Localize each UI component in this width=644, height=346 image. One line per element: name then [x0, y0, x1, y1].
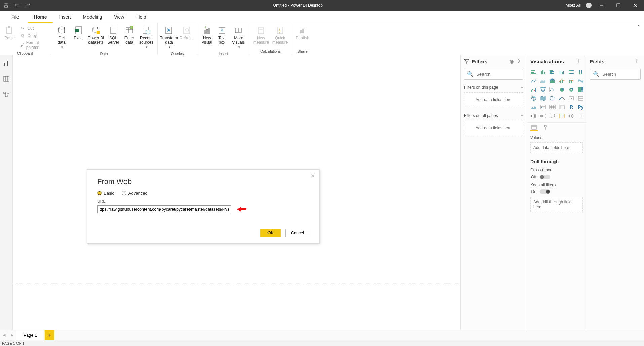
cancel-button[interactable]: Cancel — [285, 229, 310, 237]
viz-map-icon[interactable] — [530, 95, 538, 102]
data-view-icon[interactable] — [3, 75, 10, 83]
viz-scatter-icon[interactable] — [548, 86, 557, 93]
tab-file[interactable]: File — [5, 11, 28, 23]
fields-search[interactable]: 🔍 — [590, 69, 641, 80]
format-tab-icon[interactable] — [542, 124, 549, 131]
cross-report-toggle[interactable] — [540, 175, 550, 179]
viz-100-stacked-bar-icon[interactable] — [567, 68, 575, 76]
tab-view[interactable]: View — [108, 11, 130, 23]
tab-insert[interactable]: Insert — [53, 11, 77, 23]
viz-decomposition-icon[interactable] — [539, 112, 547, 120]
viz-stacked-area-icon[interactable] — [548, 77, 557, 85]
viz-treemap-icon[interactable] — [577, 86, 585, 93]
viz-narrative-icon[interactable] — [558, 112, 566, 120]
viz-100-stacked-column-icon[interactable] — [577, 68, 585, 76]
viz-r-icon[interactable]: R — [567, 103, 575, 111]
viz-kpi-icon[interactable] — [530, 103, 538, 111]
close-button[interactable] — [629, 0, 642, 11]
get-data-button[interactable]: Get data — [52, 24, 71, 51]
radio-basic[interactable]: Basic — [97, 191, 114, 196]
svg-rect-1 — [5, 3, 7, 5]
svg-rect-14 — [97, 31, 100, 34]
more-icon[interactable]: ⋯ — [519, 113, 523, 118]
more-visuals-button[interactable]: More visuals — [229, 24, 248, 51]
svg-rect-109 — [578, 99, 583, 100]
keep-filters-toggle[interactable] — [540, 189, 550, 194]
viz-more-icon[interactable]: ⋯ — [577, 112, 585, 120]
filters-this-page-drop[interactable]: Add data fields here — [464, 92, 523, 107]
viz-waterfall-icon[interactable] — [530, 86, 538, 93]
viz-clustered-column-icon[interactable] — [558, 68, 566, 76]
page-next-icon[interactable]: ▶ — [8, 330, 16, 340]
viz-area-icon[interactable] — [539, 77, 547, 85]
viz-arcgis-icon[interactable] — [567, 112, 575, 120]
undo-icon[interactable] — [14, 3, 20, 8]
radio-advanced[interactable]: Advanced — [122, 191, 148, 196]
viz-stacked-column-icon[interactable] — [539, 68, 547, 76]
expand-icon[interactable]: 〉 — [577, 58, 583, 64]
filters-all-pages-drop[interactable]: Add data fields here — [464, 121, 523, 135]
minimize-button[interactable] — [595, 0, 608, 11]
transform-data-button[interactable]: Transform data — [160, 24, 178, 51]
excel-button[interactable]: XExcel — [71, 24, 86, 42]
eye-icon[interactable]: ◉ — [509, 59, 514, 64]
viz-card-icon[interactable]: 123 — [567, 95, 575, 102]
tab-home[interactable]: Home — [28, 11, 53, 23]
page-prev-icon[interactable]: ◀ — [0, 330, 8, 340]
viz-funnel-icon[interactable] — [539, 86, 547, 93]
redo-icon[interactable] — [25, 3, 30, 8]
page-tab[interactable]: Page 1 — [16, 330, 45, 340]
viz-line-icon[interactable] — [530, 77, 538, 85]
expand-icon[interactable]: 〉 — [635, 58, 641, 64]
viz-pie-icon[interactable] — [558, 86, 566, 93]
more-icon[interactable]: ⋯ — [519, 85, 523, 90]
viz-slicer-icon[interactable] — [539, 103, 547, 111]
avatar[interactable] — [586, 3, 592, 8]
ok-button[interactable]: OK — [260, 229, 281, 237]
viz-qa-icon[interactable] — [548, 112, 557, 120]
viz-gauge-icon[interactable] — [558, 95, 566, 102]
viz-filled-map-icon[interactable] — [539, 95, 547, 102]
url-input[interactable] — [97, 205, 231, 213]
viz-key-influencers-icon[interactable] — [530, 112, 538, 120]
values-drop[interactable]: Add data fields here — [530, 142, 583, 153]
tab-modeling[interactable]: Modeling — [77, 11, 108, 23]
filters-title: Filters — [472, 59, 487, 64]
viz-matrix-icon[interactable] — [558, 103, 566, 111]
viz-table-icon[interactable] — [548, 103, 557, 111]
add-page-button[interactable]: + — [45, 330, 54, 340]
fields-tab-icon[interactable] — [530, 124, 538, 131]
report-view-icon[interactable] — [3, 60, 10, 67]
viz-line-stacked-icon[interactable] — [567, 77, 575, 85]
collapse-ribbon-icon[interactable]: ⌃ — [637, 24, 641, 29]
new-visual-button[interactable]: +New visual — [199, 24, 215, 46]
maximize-button[interactable] — [612, 0, 625, 11]
tab-help[interactable]: Help — [130, 11, 152, 23]
viz-shape-map-icon[interactable] — [548, 95, 557, 102]
viz-donut-icon[interactable] — [567, 86, 575, 93]
viz-clustered-bar-icon[interactable] — [548, 68, 557, 76]
user-name[interactable]: Moez Ali — [566, 3, 581, 8]
drill-through-drop[interactable]: Add drill-through fields here — [530, 197, 583, 212]
text-box-button[interactable]: AText box — [215, 24, 229, 46]
viz-stacked-bar-icon[interactable] — [530, 68, 538, 76]
filters-search[interactable]: 🔍 — [464, 69, 523, 80]
viz-multi-card-icon[interactable] — [577, 95, 585, 102]
close-icon[interactable]: ✕ — [311, 173, 315, 179]
model-view-icon[interactable] — [3, 91, 10, 98]
filters-search-input[interactable] — [476, 72, 533, 77]
save-icon[interactable] — [3, 3, 9, 8]
expand-icon[interactable]: 〉 — [517, 58, 523, 64]
enter-data-button[interactable]: +Enter data — [122, 24, 137, 46]
recent-sources-button[interactable]: Recent sources — [137, 24, 155, 51]
viz-line-clustered-icon[interactable] — [558, 77, 566, 85]
viz-python-icon[interactable]: Py — [577, 103, 585, 111]
powerbi-datasets-button[interactable]: Power BI datasets — [87, 24, 105, 46]
dialog-title: From Web — [97, 177, 309, 186]
report-canvas[interactable]: ✕ From Web Basic Advanced URL OK Cancel — [13, 55, 460, 330]
fields-search-input[interactable] — [602, 72, 644, 77]
sql-server-button[interactable]: SQL Server — [106, 24, 121, 46]
viz-ribbon-icon[interactable] — [577, 77, 585, 85]
svg-point-98 — [571, 89, 572, 91]
svg-marker-76 — [540, 79, 545, 83]
